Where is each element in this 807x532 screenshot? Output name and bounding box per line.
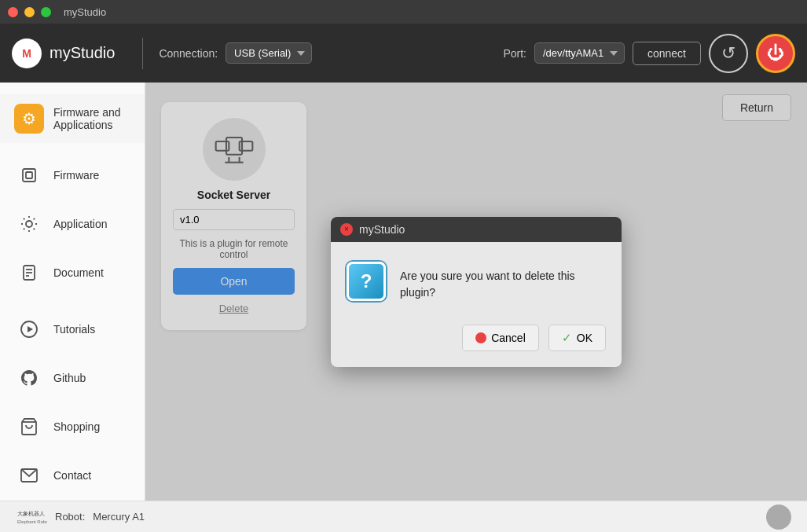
dialog-cancel-button[interactable]: Cancel: [462, 325, 539, 351]
ok-label: OK: [577, 332, 592, 344]
footer-status-indicator: [766, 504, 791, 530]
sidebar-item-firmware-apps[interactable]: ⚙ Firmware andApplications: [0, 94, 145, 143]
sidebar-item-github-label: Github: [53, 372, 86, 384]
svg-text:Elephant Robotics: Elephant Robotics: [17, 519, 47, 524]
port-select[interactable]: /dev/ttyAMA1: [534, 42, 625, 64]
sidebar-item-shopping-label: Shopping: [53, 420, 100, 433]
sidebar-item-contact[interactable]: Contact: [0, 451, 145, 500]
reload-icon: ↺: [721, 43, 735, 64]
sidebar-item-application-label: Application: [53, 218, 108, 230]
cancel-dot-icon: [475, 332, 486, 343]
github-icon: [14, 363, 44, 393]
dialog-box: × myStudio ? Are you sure you want to de…: [331, 217, 622, 367]
dialog-message: Are you sure you want to delete this plu…: [400, 262, 606, 301]
contact-icon: [14, 460, 44, 490]
sidebar-item-document[interactable]: Document: [0, 248, 145, 297]
firmware-apps-icon: ⚙: [14, 104, 44, 134]
sidebar-item-firmware[interactable]: Firmware: [0, 151, 145, 200]
application-icon: [14, 209, 44, 239]
dialog-body: ? Are you sure you want to delete this p…: [331, 242, 622, 317]
sidebar-item-github[interactable]: Github: [0, 354, 145, 402]
sidebar: ⚙ Firmware andApplications Firmware Appl…: [0, 83, 145, 501]
cancel-label: Cancel: [491, 332, 526, 344]
sidebar-item-contact-label: Contact: [53, 469, 91, 482]
elephant-robotics-logo: 大象机器人 Elephant Robotics: [16, 505, 47, 529]
svg-rect-0: [23, 169, 35, 182]
svg-marker-8: [28, 326, 33, 332]
footer-robot-label: Robot:: [55, 511, 85, 523]
connection-label: Connection:: [159, 47, 218, 60]
sidebar-item-firmware-label: Firmware: [53, 169, 99, 182]
dialog-title-bar: × myStudio: [331, 217, 622, 242]
close-button[interactable]: [8, 7, 18, 17]
app-name: myStudio: [50, 44, 115, 62]
dialog-overlay: × myStudio ? Are you sure you want to de…: [145, 83, 807, 501]
sidebar-item-document-label: Document: [53, 266, 104, 279]
svg-point-2: [26, 221, 32, 227]
connection-select[interactable]: USB (Serial): [226, 42, 312, 64]
power-button[interactable]: ⏻: [756, 34, 795, 73]
document-icon: [14, 258, 44, 288]
question-icon: ?: [347, 262, 386, 301]
svg-text:大象机器人: 大象机器人: [17, 511, 45, 517]
svg-rect-1: [26, 172, 32, 178]
dialog-close-button[interactable]: ×: [340, 223, 353, 236]
footer-robot-name: Mercury A1: [93, 511, 145, 523]
minimize-button[interactable]: [24, 7, 35, 17]
title-bar-label: myStudio: [64, 6, 106, 18]
port-label: Port:: [503, 47, 526, 60]
footer: 大象机器人 Elephant Robotics Robot: Mercury A…: [0, 501, 807, 532]
sidebar-item-application[interactable]: Application: [0, 200, 145, 248]
maximize-button[interactable]: [41, 7, 51, 17]
app-logo: M: [12, 39, 42, 68]
tutorials-icon: [14, 314, 44, 344]
title-bar: myStudio: [0, 0, 807, 24]
reload-button[interactable]: ↺: [709, 34, 748, 73]
main-layout: ⚙ Firmware andApplications Firmware Appl…: [0, 83, 807, 501]
content-area: Return Socket Server v1.0 This is a plug…: [145, 83, 807, 501]
sidebar-item-tutorials[interactable]: Tutorials: [0, 305, 145, 354]
firmware-icon: [14, 160, 44, 190]
power-icon: ⏻: [767, 43, 784, 64]
ok-check-icon: ✓: [562, 331, 572, 345]
sidebar-item-firmware-apps-label: Firmware andApplications: [53, 106, 121, 131]
sidebar-item-tutorials-label: Tutorials: [53, 323, 95, 336]
sidebar-item-shopping[interactable]: Shopping: [0, 402, 145, 451]
dialog-ok-button[interactable]: ✓ OK: [548, 325, 606, 351]
connect-button[interactable]: connect: [633, 42, 701, 65]
dialog-footer: Cancel ✓ OK: [331, 317, 622, 367]
header: M myStudio Connection: USB (Serial) Port…: [0, 24, 807, 83]
dialog-title: myStudio: [359, 223, 405, 236]
footer-logo: 大象机器人 Elephant Robotics: [16, 505, 47, 529]
header-divider: [142, 38, 143, 69]
shopping-icon: [14, 412, 44, 442]
